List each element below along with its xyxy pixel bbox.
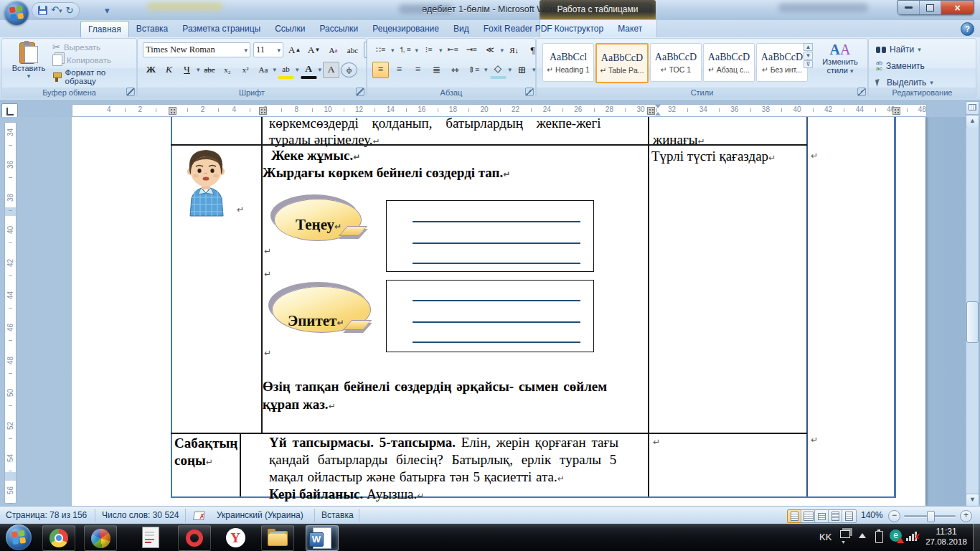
doc-text-line[interactable]: құрап жаз.↵ [263, 396, 336, 415]
tab-макет[interactable]: Макет [611, 20, 649, 37]
doc-text-line[interactable]: мақал ойластыр және батырға тән 5 қасиет… [269, 468, 565, 487]
tab-рассылки[interactable]: Рассылки [312, 20, 365, 37]
subscript-button[interactable]: x₂ [220, 62, 236, 78]
style-без-инт-[interactable]: AaBbCcD↵ Без инт... [756, 43, 808, 82]
antivirus-icon[interactable]: e [890, 529, 902, 542]
underline-dropdown[interactable]: ▾ [197, 66, 200, 73]
shading-a-button[interactable]: A [323, 62, 339, 78]
bold-button[interactable]: Ж [143, 62, 159, 78]
network-icon[interactable]: ✗ [906, 531, 918, 541]
strikethrough-button[interactable]: abc [202, 62, 218, 78]
replace-button[interactable]: abacЗаменить [876, 58, 933, 74]
tray-language-indicator[interactable]: KK [819, 532, 831, 542]
align-right-button[interactable]: ≡ [410, 62, 426, 78]
styles-scroll-up[interactable]: ▲ [804, 43, 813, 51]
doc-text-line[interactable]: қандай батырларды білесің? Батырлық, ерл… [269, 451, 616, 468]
view-outline-button[interactable] [828, 509, 843, 523]
style-heading-1[interactable]: AaBbCcl↵ Heading 1 [542, 43, 594, 82]
table-column-marker[interactable] [169, 107, 176, 115]
tab-foxit-reader-pdf[interactable]: Foxit Reader PDF [476, 20, 560, 37]
doc-text-line[interactable]: Кері байланыс. Ауызша.↵ [269, 486, 424, 504]
horizontal-ruler[interactable]: 4224681012141618202224262830323436384042… [72, 104, 927, 117]
write-box[interactable] [386, 280, 594, 352]
change-styles-button[interactable]: AA Изменить стили ▾ [818, 42, 862, 75]
multilevel-list-button[interactable]: ⁝≡ [420, 42, 437, 58]
zoom-in-button[interactable]: + [960, 510, 972, 522]
view-print-layout-button[interactable] [787, 509, 802, 523]
tab-вид[interactable]: Вид [446, 20, 476, 37]
taskbar-opera-button[interactable] [178, 525, 211, 551]
taskbar-chrome-button[interactable] [42, 525, 75, 551]
tab-рецензирование[interactable]: Рецензирование [365, 20, 446, 37]
doc-heading[interactable]: Жырдағы көркем бейнелі сөздерді тап.↵ [263, 164, 510, 183]
shading-fill-button[interactable]: ◇ [490, 60, 507, 79]
style-toc-1[interactable]: AaBbCcD↵ TOC 1 [650, 43, 702, 82]
superscript-button[interactable]: x² [237, 62, 254, 78]
office-button[interactable] [4, 1, 29, 25]
copy-button[interactable]: Копировать [52, 55, 136, 66]
borders-button[interactable]: ⊞ [514, 62, 530, 78]
format-painter-button[interactable]: Формат по образцу [52, 68, 136, 85]
highlight-dropdown[interactable]: ▾ [296, 66, 299, 73]
close-button[interactable]: × [941, 1, 974, 14]
clipboard-dialog-launcher[interactable] [126, 88, 135, 96]
font-color-dropdown[interactable]: ▾ [319, 66, 322, 73]
write-box[interactable] [386, 200, 594, 272]
battery-icon[interactable] [875, 531, 883, 543]
doc-text-line[interactable]: соңы↵ [174, 452, 213, 471]
align-center-button[interactable]: ≡ [391, 62, 407, 78]
view-draft-button[interactable] [842, 509, 857, 523]
justify-button[interactable]: ≣ [428, 62, 445, 78]
style-абзац-с-[interactable]: AaBbCcD↵ Абзац с... [703, 43, 755, 82]
distribute-button[interactable]: ⇿ [447, 62, 463, 78]
taskbar-document-app-button[interactable] [135, 525, 166, 550]
change-case-button[interactable]: Aa [255, 62, 272, 78]
table-column-marker[interactable] [647, 107, 655, 115]
zoom-out-button[interactable]: − [888, 510, 900, 522]
taskbar-explorer-button[interactable] [261, 525, 294, 551]
start-button[interactable] [6, 524, 32, 550]
grow-font-button[interactable]: A▲ [286, 42, 303, 58]
font-dialog-launcher[interactable] [356, 88, 364, 96]
view-fullscreen-button[interactable] [801, 509, 816, 523]
help-icon[interactable]: ? [961, 22, 974, 36]
tab-ссылки[interactable]: Ссылки [268, 20, 312, 37]
scrollbar-thumb[interactable] [966, 301, 979, 343]
spellcheck-icon[interactable]: ✗ [194, 510, 205, 520]
tray-show-hidden-icon[interactable] [859, 533, 866, 538]
view-web-layout-button[interactable] [814, 509, 829, 523]
underline-button[interactable]: Ч [179, 62, 195, 78]
taskbar-yandex-button[interactable]: Y [220, 525, 251, 550]
highlight-button[interactable]: ab [278, 60, 294, 79]
sort-button[interactable]: Я↓ [506, 42, 522, 58]
zoom-slider-thumb[interactable] [927, 511, 935, 522]
align-left-button[interactable]: ≡ [372, 62, 389, 78]
table-column-marker[interactable] [892, 107, 900, 115]
doc-text-line[interactable]: көркемсөздерді қолданып, батырлардың жек… [269, 117, 601, 131]
vertical-ruler[interactable]: 343638404244464850525456 [4, 122, 17, 504]
tray-layout-icon[interactable] [840, 530, 850, 538]
style-table-pa-[interactable]: AaBbCcD↵ Table Pa... [595, 43, 649, 83]
zoom-level[interactable]: 140% [861, 510, 883, 520]
doc-text-line[interactable]: Сабақтың [174, 435, 237, 451]
change-case-dropdown[interactable]: ▾ [273, 66, 277, 73]
styles-gallery-expand[interactable]: ⊽ [804, 60, 813, 68]
font-name-combo[interactable]: Times New Roman▾ [143, 42, 250, 57]
show-desktop-button[interactable] [973, 524, 980, 551]
insert-mode-indicator[interactable]: Вставка [321, 510, 354, 520]
oval-label[interactable]: Эпитет↵ [288, 312, 344, 330]
enclose-characters-button[interactable]: ф [341, 62, 357, 77]
font-size-combo[interactable]: 11▾ [253, 42, 283, 57]
shrink-font-button[interactable]: A▼ [306, 42, 322, 58]
language-indicator[interactable]: Украинский (Украина) [217, 510, 303, 520]
paragraph-dialog-launcher[interactable] [525, 88, 534, 96]
line-spacing-button[interactable]: ⇕≡ [466, 62, 482, 78]
tray-clock-date[interactable]: 27.08.2018 [922, 537, 971, 546]
phonetic-guide-button[interactable]: abc [344, 42, 361, 58]
increase-indent-button[interactable]: ⇥≡ [463, 42, 480, 58]
find-button[interactable]: Найти▾ [876, 42, 933, 57]
tray-layout-caret[interactable]: ▼ [841, 540, 846, 545]
doc-text-line[interactable]: Өзің тапқан бейнелі сөздердің әрқайсы- с… [263, 378, 607, 395]
doc-text-line[interactable]: Түрлі түсті қағаздар↵ [651, 148, 776, 166]
restore-button[interactable] [920, 1, 941, 14]
